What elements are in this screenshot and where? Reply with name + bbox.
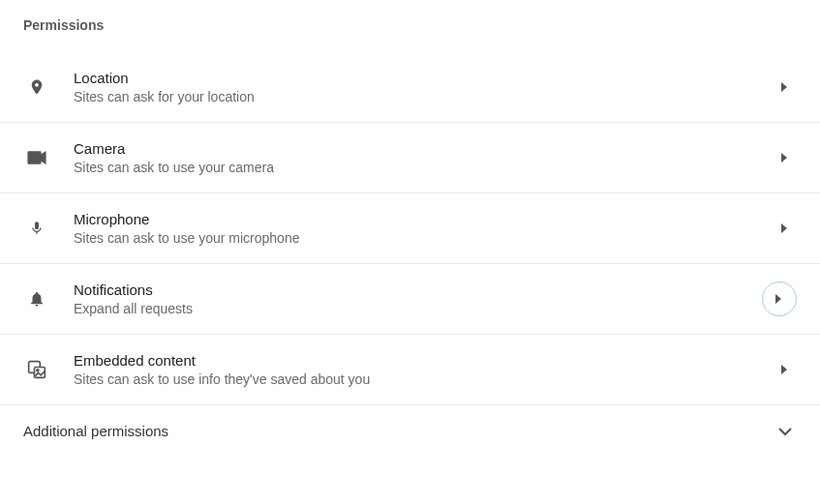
permission-text: Camera Sites can ask to use your camera — [74, 140, 774, 175]
camera-icon — [23, 151, 50, 164]
location-icon — [23, 78, 50, 96]
permission-title: Microphone — [74, 211, 774, 227]
permission-item-camera[interactable]: Camera Sites can ask to use your camera — [0, 123, 820, 193]
permission-desc: Sites can ask for your location — [74, 89, 774, 104]
permission-title: Embedded content — [74, 352, 774, 369]
permission-text: Microphone Sites can ask to use your mic… — [74, 211, 774, 246]
additional-permissions-row[interactable]: Additional permissions — [0, 405, 820, 457]
permission-title: Notifications — [74, 282, 762, 298]
permission-text: Embedded content Sites can ask to use in… — [74, 352, 774, 387]
permissions-section-header: Permissions — [0, 0, 820, 43]
permission-item-location[interactable]: Location Sites can ask for your location — [0, 52, 820, 123]
permission-text: Notifications Expand all requests — [74, 282, 762, 316]
permission-desc: Sites can ask to use your camera — [74, 160, 774, 175]
chevron-right-icon — [774, 153, 797, 163]
permission-title: Location — [74, 70, 774, 86]
microphone-icon — [23, 219, 50, 238]
permission-desc: Sites can ask to use your microphone — [74, 230, 774, 246]
permissions-list: Location Sites can ask for your location… — [0, 52, 820, 405]
additional-permissions-label: Additional permissions — [23, 423, 168, 439]
permission-desc: Sites can ask to use info they've saved … — [74, 371, 774, 387]
chevron-right-icon — [774, 82, 797, 92]
notifications-icon — [23, 289, 50, 309]
permission-item-notifications[interactable]: Notifications Expand all requests — [0, 264, 820, 335]
svg-point-2 — [37, 370, 39, 371]
chevron-down-icon — [774, 427, 797, 436]
permission-title: Camera — [74, 140, 774, 157]
permission-text: Location Sites can ask for your location — [74, 70, 774, 104]
permission-desc: Expand all requests — [74, 301, 762, 316]
permission-item-microphone[interactable]: Microphone Sites can ask to use your mic… — [0, 193, 820, 264]
permission-item-embedded-content[interactable]: Embedded content Sites can ask to use in… — [0, 335, 820, 405]
chevron-right-icon — [762, 282, 797, 316]
embedded-content-icon — [23, 360, 50, 379]
chevron-right-icon — [774, 365, 797, 374]
chevron-right-icon — [774, 223, 797, 233]
